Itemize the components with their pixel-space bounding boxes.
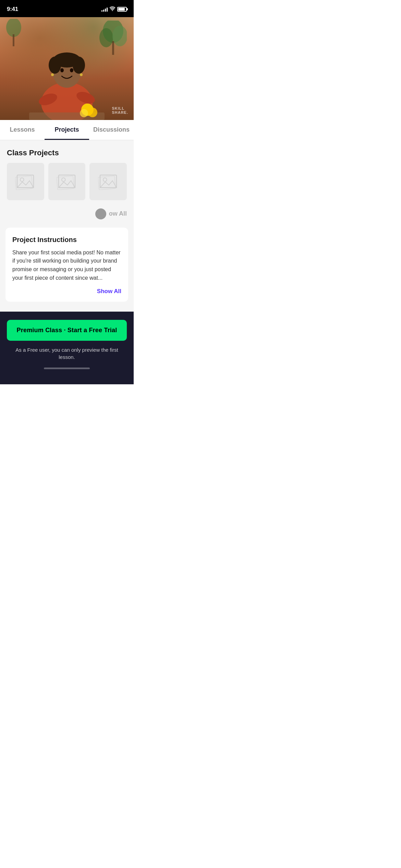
svg-point-7 [73, 57, 85, 74]
tab-lessons[interactable]: Lessons [0, 120, 45, 140]
tab-projects[interactable]: Projects [45, 120, 89, 140]
project-instructions-card: Project Instructions Share your first so… [5, 228, 128, 302]
svg-point-28 [62, 178, 65, 182]
svg-marker-23 [17, 181, 34, 188]
project-placeholder-1 [7, 163, 44, 200]
svg-point-6 [49, 57, 61, 74]
status-time: 9:41 [7, 6, 18, 13]
bottom-cta: Premium Class · Start a Free Trial As a … [0, 312, 134, 384]
svg-point-18 [112, 26, 127, 46]
status-bar: 9:41 [0, 0, 134, 17]
svg-point-11 [80, 73, 83, 76]
svg-point-14 [88, 108, 97, 117]
project-card-2[interactable] [48, 163, 86, 200]
project-card-1[interactable] [7, 163, 44, 200]
plant-decoration [99, 21, 127, 55]
svg-marker-27 [59, 181, 75, 188]
signal-icon [101, 7, 108, 12]
instructions-text: Share your first social media post! No m… [12, 249, 121, 282]
svg-point-32 [103, 178, 107, 182]
wifi-icon [110, 7, 115, 12]
svg-rect-19 [112, 41, 114, 55]
projects-show-all-text[interactable]: ow All [109, 210, 127, 217]
svg-point-24 [20, 178, 24, 182]
svg-point-8 [60, 68, 64, 72]
show-all-circle-icon [95, 208, 106, 219]
projects-show-all-row: ow All [0, 207, 134, 225]
svg-marker-31 [100, 181, 117, 188]
svg-point-9 [70, 68, 73, 72]
class-projects-title: Class Projects [0, 140, 134, 163]
tab-discussions[interactable]: Discussions [89, 120, 134, 140]
skillshare-watermark: SKILLSHARe. [112, 106, 128, 114]
svg-rect-21 [13, 34, 14, 46]
svg-point-10 [51, 73, 54, 76]
tabs-container: Lessons Projects Discussions [0, 120, 134, 140]
svg-point-15 [80, 109, 88, 117]
projects-grid [0, 163, 134, 207]
instructions-show-all[interactable]: Show All [12, 288, 121, 295]
hero-person-illustration [29, 24, 105, 120]
cta-subtext: As a Free user, you can only preview the… [7, 346, 127, 361]
battery-icon [117, 7, 127, 12]
project-card-3[interactable] [89, 163, 127, 200]
cta-button[interactable]: Premium Class · Start a Free Trial [7, 320, 127, 341]
project-placeholder-2 [48, 163, 86, 200]
plant-decoration-left [3, 19, 24, 46]
status-icons [101, 7, 127, 12]
hero-image: SKILLSHARe. [0, 17, 134, 120]
main-content: Class Projects [0, 140, 134, 312]
home-indicator [44, 367, 90, 369]
project-placeholder-3 [89, 163, 127, 200]
svg-point-17 [99, 28, 113, 47]
instructions-title: Project Instructions [12, 236, 121, 244]
